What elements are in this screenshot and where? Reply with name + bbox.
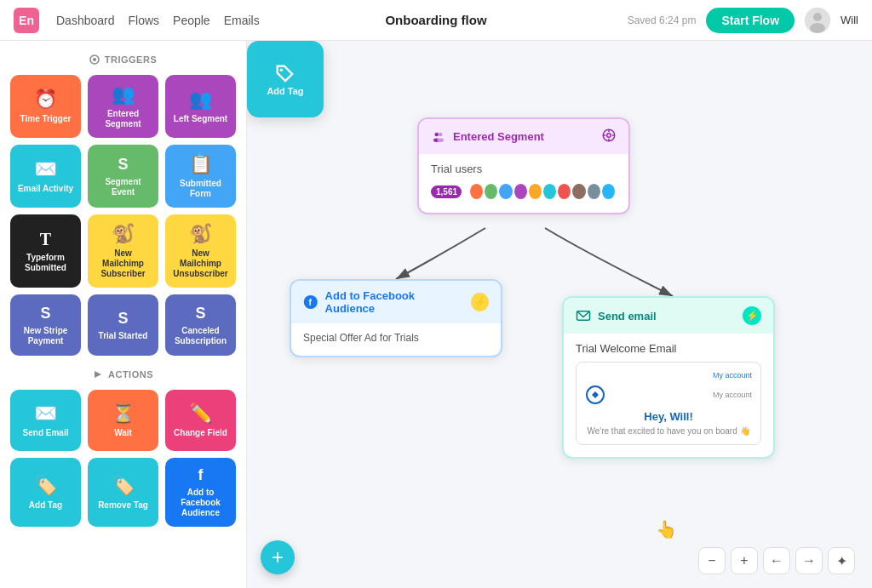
add-tag-icon: 🏷️: [34, 475, 57, 497]
email-node-header: Send email ⚡: [564, 298, 773, 334]
avatar-10: [600, 182, 617, 201]
trigger-stripe-payment[interactable]: S New Stripe Payment: [10, 294, 81, 356]
user-name: Will: [840, 14, 858, 26]
trigger-left-segment[interactable]: 👥 Left Segment: [165, 75, 236, 138]
trigger-mc-sub-label: New Mailchimp Subscriber: [93, 248, 153, 279]
canceled-sub-icon: S: [195, 305, 205, 323]
trigger-entered-label: Entered Segment: [93, 109, 153, 129]
entered-segment-node[interactable]: Entered Segment Trial users 1,561: [417, 117, 630, 214]
email-node-subtitle: Trial Welcome Email: [576, 342, 761, 355]
segment-node-body: Trial users 1,561: [419, 154, 628, 213]
email-preview-greeting: Hey, Will!: [585, 410, 752, 423]
trigger-canceled-sub[interactable]: S Canceled Subscription: [165, 294, 236, 356]
svg-point-4: [93, 58, 96, 61]
action-fb-label: Add to Facebook Audience: [170, 488, 231, 518]
topnav: En Dashboard Flows People Emails Onboard…: [0, 0, 872, 41]
action-send-label: Send Email: [23, 428, 69, 438]
svg-marker-5: [95, 371, 101, 378]
trigger-mc-unsub-label: New Mailchimp Unsubscriber: [170, 248, 231, 279]
email-preview: My account My account Hey, Will! We're t…: [576, 362, 761, 445]
segment-node-title: Entered Segment: [453, 130, 544, 143]
trigger-trial-label: Trial Started: [99, 331, 148, 341]
triggers-grid: ⏰ Time Trigger 👥 Entered Segment 👥 Left …: [10, 75, 236, 356]
trigger-segment-event-label: Segment Event: [93, 177, 153, 197]
trigger-typeform[interactable]: T Typeform Submitted: [10, 214, 81, 288]
action-change-field[interactable]: ✏️ Change Field: [165, 390, 236, 451]
svg-point-21: [280, 69, 284, 72]
nav-people[interactable]: People: [173, 14, 210, 27]
action-add-tag[interactable]: 🏷️ Add Tag: [10, 458, 81, 527]
avatar-8: [571, 182, 587, 201]
avatar[interactable]: [805, 8, 830, 33]
trigger-form-label: Submitted Form: [170, 179, 231, 199]
trigger-mailchimp-unsub[interactable]: 🐒 New Mailchimp Unsubscriber: [165, 214, 236, 288]
nav-dashboard[interactable]: Dashboard: [56, 14, 115, 27]
action-add-tag-label: Add Tag: [29, 500, 62, 511]
zoom-out-button[interactable]: −: [698, 547, 726, 574]
undo-button[interactable]: ←: [763, 547, 790, 574]
nav-flows[interactable]: Flows: [129, 14, 160, 27]
time-icon: ⏰: [34, 88, 57, 111]
redo-button[interactable]: →: [795, 547, 823, 574]
trigger-submitted-form[interactable]: 📋 Submitted Form: [165, 145, 236, 208]
segment-count: 1,561: [431, 186, 462, 198]
avatars-row: 1,561: [431, 182, 617, 201]
segment-subtitle: Trial users: [431, 163, 617, 175]
trigger-entered-segment[interactable]: 👥 Entered Segment: [88, 75, 158, 138]
segment-node-header: Entered Segment: [419, 119, 628, 154]
start-flow-button[interactable]: Start Flow: [706, 8, 795, 33]
trigger-canceled-label: Canceled Subscription: [170, 326, 231, 346]
facebook-audience-node[interactable]: f Add to Facebook Audience ⚡ Special Off…: [290, 279, 502, 357]
saved-status: Saved 6:24 pm: [628, 14, 697, 26]
left-segment-icon: 👥: [189, 88, 212, 111]
email-node-title: Send email: [598, 310, 657, 323]
add-tag-floating-icon: [273, 62, 297, 86]
add-tag-floating-node[interactable]: Add Tag: [247, 41, 324, 117]
submitted-form-icon: 📋: [189, 153, 212, 175]
trigger-email-activity[interactable]: ✉️ Email Activity: [10, 145, 81, 208]
email-preview-topbar: My account: [585, 371, 752, 380]
page-title: Onboarding flow: [385, 13, 486, 27]
flow-canvas: Entered Segment Trial users 1,561: [247, 41, 872, 588]
entered-segment-icon: 👥: [112, 83, 135, 106]
nav-emails[interactable]: Emails: [224, 14, 260, 27]
action-wait[interactable]: ⏳ Wait: [88, 390, 158, 451]
trigger-segment-event[interactable]: S Segment Event: [88, 145, 158, 208]
actions-grid: ✉️ Send Email ⏳ Wait ✏️ Change Field 🏷️ …: [10, 390, 236, 527]
trigger-left-label: Left Segment: [174, 114, 227, 124]
facebook-node-icon: f: [303, 294, 318, 310]
flow-area: Entered Segment Trial users 1,561: [247, 41, 872, 588]
trigger-email-label: Email Activity: [18, 184, 73, 194]
nav-links: Dashboard Flows People Emails: [56, 14, 260, 27]
magic-button[interactable]: ✦: [828, 547, 855, 574]
svg-point-8: [439, 132, 443, 136]
change-field-icon: ✏️: [189, 402, 212, 425]
send-email-node[interactable]: Send email ⚡ Trial Welcome Email My acco…: [562, 296, 775, 459]
action-send-email[interactable]: ✉️ Send Email: [10, 390, 81, 451]
action-facebook-audience[interactable]: f Add to Facebook Audience: [165, 458, 236, 527]
logo-badge: En: [14, 8, 39, 33]
action-wait-label: Wait: [114, 428, 132, 438]
svg-point-10: [438, 138, 445, 142]
svg-point-7: [435, 132, 439, 136]
facebook-bolt-icon: ⚡: [471, 293, 489, 311]
email-activity-icon: ✉️: [34, 158, 57, 180]
email-node-body: Trial Welcome Email My account My accoun…: [564, 334, 773, 457]
fab-add-button[interactable]: +: [261, 540, 295, 574]
action-remove-tag[interactable]: 🏷️ Remove Tag: [88, 458, 158, 527]
facebook-audience-icon: f: [198, 466, 204, 484]
svg-point-12: [607, 134, 611, 138]
actions-label: ACTIONS: [10, 369, 236, 380]
typeform-icon: T: [40, 230, 51, 249]
avatar-9: [586, 182, 602, 201]
trigger-time[interactable]: ⏰ Time Trigger: [10, 75, 81, 138]
zoom-in-button[interactable]: +: [731, 547, 758, 574]
mailchimp-unsub-icon: 🐒: [189, 223, 212, 245]
avatar-4: [513, 182, 529, 201]
trigger-mailchimp-sub[interactable]: 🐒 New Mailchimp Subscriber: [88, 214, 158, 288]
trigger-trial-started[interactable]: S Trial Started: [88, 294, 158, 356]
segment-node-icon: [431, 129, 446, 145]
remove-tag-icon: 🏷️: [112, 475, 135, 497]
cursor: 👆: [656, 519, 677, 539]
segment-settings-icon: [601, 128, 617, 143]
